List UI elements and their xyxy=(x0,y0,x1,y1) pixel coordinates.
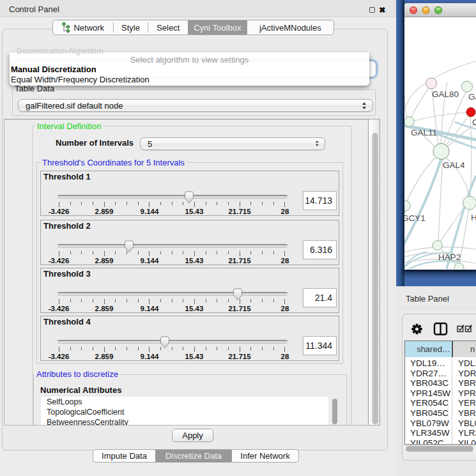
svg-text:GAL4: GAL4 xyxy=(443,160,465,170)
svg-text:H: H xyxy=(471,213,476,222)
svg-text:C: C xyxy=(472,118,476,127)
svg-text:HAP2: HAP2 xyxy=(438,252,461,262)
svg-text:GAL80: GAL80 xyxy=(432,89,459,99)
svg-text:GCY1: GCY1 xyxy=(404,213,426,223)
svg-text:GA: GA xyxy=(468,92,476,102)
svg-text:GAL11: GAL11 xyxy=(411,128,437,137)
